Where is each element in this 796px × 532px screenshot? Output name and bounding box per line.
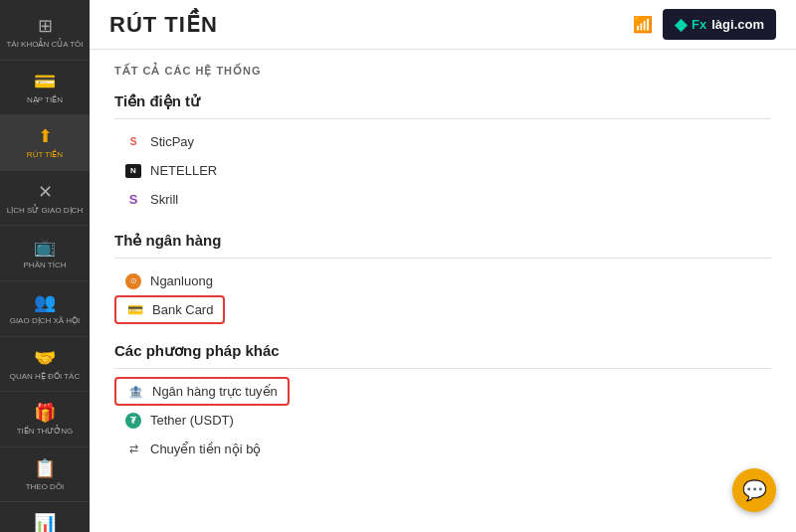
signal-icon: 📶 bbox=[633, 15, 653, 34]
sidebar-item-giao-dich-xa-hoi[interactable]: 👥 GIAO DỊCH XÃ HỘI bbox=[0, 281, 90, 337]
online-bank-icon: 🏦 bbox=[126, 385, 144, 399]
logo-fx-text: Fx bbox=[692, 17, 706, 32]
sidebar-item-tai-khoan-label: TÀI KHOẢN CỦA TÔI bbox=[6, 40, 83, 50]
payment-item-bankcard[interactable]: 💳 Bank Card bbox=[114, 295, 225, 324]
sidebar-item-giao-duc[interactable]: 📊 GIÁO DỤC bbox=[0, 502, 90, 532]
sidebar-item-phan-tich[interactable]: 📺 PHÂN TÍCH bbox=[0, 226, 90, 281]
logo-diamond-icon: ◆ bbox=[675, 15, 687, 34]
top-header: RÚT TIỀN 📶 ◆ Fxlàgi.com bbox=[90, 0, 796, 50]
all-systems-heading: TẤT CẢ CÁC HỆ THỐNG bbox=[114, 65, 771, 78]
page-title: RÚT TIỀN bbox=[109, 12, 218, 38]
online-bank-label: Ngân hàng trực tuyến bbox=[152, 384, 278, 399]
sidebar-item-tien-thuong[interactable]: 🎁 TIỀN THƯỞNG bbox=[0, 392, 90, 447]
rut-tien-icon: ⬆ bbox=[38, 125, 53, 147]
lich-su-icon: ✕ bbox=[38, 181, 53, 203]
divider-the-ngan-hang bbox=[114, 258, 771, 259]
quan-he-doi-tac-icon: 🤝 bbox=[34, 347, 56, 369]
bankcard-label: Bank Card bbox=[152, 302, 213, 317]
giao-dich-xa-hoi-icon: 👥 bbox=[34, 291, 56, 313]
payment-item-sticpay[interactable]: S SticPay bbox=[114, 127, 771, 156]
sidebar-item-theo-doi[interactable]: 📋 THEO DÕI bbox=[0, 447, 90, 503]
neteller-label: NETELLER bbox=[150, 163, 217, 178]
giao-duc-icon: 📊 bbox=[34, 512, 56, 532]
sidebar-item-nap-tien-label: NẠP TIỀN bbox=[27, 95, 63, 105]
payment-item-chuyen-tien[interactable]: ⇄ Chuyển tiền nội bộ bbox=[114, 435, 771, 463]
category-cac-phuong-phap-khac: Các phương pháp khác bbox=[114, 342, 771, 360]
payment-item-neteller[interactable]: N NETELLER bbox=[114, 156, 771, 185]
bankcard-icon: 💳 bbox=[126, 303, 144, 317]
tai-khoan-icon: ⊞ bbox=[38, 15, 53, 37]
sidebar-item-nap-tien[interactable]: 💳 NẠP TIỀN bbox=[0, 61, 90, 116]
sidebar-item-quan-he-doi-tac[interactable]: 🤝 QUAN HỆ ĐỐI TÁC bbox=[0, 337, 90, 393]
sidebar-item-rut-tien-label: RÚT TIỀN bbox=[27, 150, 63, 160]
payment-item-bankcard-wrapper: 💳 Bank Card bbox=[114, 295, 225, 324]
nap-tien-icon: 💳 bbox=[34, 71, 56, 92]
content-area: TẤT CẢ CÁC HỆ THỐNG Tiền điện tử S SticP… bbox=[90, 50, 796, 532]
sidebar: ⊞ TÀI KHOẢN CỦA TÔI 💳 NẠP TIỀN ⬆ RÚT TIỀ… bbox=[0, 0, 90, 532]
neteller-icon: N bbox=[124, 164, 142, 178]
skrill-icon: S bbox=[124, 193, 142, 207]
category-the-ngan-hang: Thẻ ngân hàng bbox=[114, 232, 771, 250]
category-tien-dien-tu: Tiền điện tử bbox=[114, 92, 771, 110]
main-content: RÚT TIỀN 📶 ◆ Fxlàgi.com TẤT CẢ CÁC HỆ TH… bbox=[90, 0, 796, 532]
tether-icon: ₮ bbox=[124, 414, 142, 428]
top-icons: 📶 ◆ Fxlàgi.com bbox=[633, 9, 776, 40]
chuyen-tien-label: Chuyển tiền nội bộ bbox=[150, 442, 262, 456]
sidebar-item-theo-doi-label: THEO DÕI bbox=[26, 482, 65, 492]
tien-thuong-icon: 🎁 bbox=[34, 402, 56, 424]
nganluong-label: Nganluong bbox=[150, 273, 213, 288]
tether-label: Tether (USDT) bbox=[150, 413, 234, 428]
sticpay-icon: S bbox=[124, 135, 142, 149]
sidebar-item-lich-su-label: LỊCH SỬ GIAO DỊCH bbox=[7, 206, 83, 216]
sidebar-item-rut-tien[interactable]: ⬆ RÚT TIỀN bbox=[0, 115, 90, 171]
payment-item-nganluong[interactable]: ⊙ Nganluong bbox=[114, 266, 771, 295]
skrill-label: Skrill bbox=[150, 192, 178, 207]
chuyen-tien-icon: ⇄ bbox=[124, 443, 142, 456]
sidebar-item-tien-thuong-label: TIỀN THƯỞNG bbox=[17, 427, 74, 437]
divider-cac-phuong-phap-khac bbox=[114, 368, 771, 369]
sidebar-item-lich-su[interactable]: ✕ LỊCH SỬ GIAO DỊCH bbox=[0, 171, 90, 227]
fxlagi-logo: ◆ Fxlàgi.com bbox=[663, 9, 776, 40]
logo-rest-text: làgi.com bbox=[711, 17, 764, 32]
chat-bubble[interactable]: 💬 bbox=[732, 468, 776, 512]
payment-item-online-bank[interactable]: 🏦 Ngân hàng trực tuyến bbox=[114, 377, 290, 406]
payment-item-online-bank-wrapper: 🏦 Ngân hàng trực tuyến bbox=[114, 377, 290, 406]
sidebar-item-tai-khoan[interactable]: ⊞ TÀI KHOẢN CỦA TÔI bbox=[0, 5, 90, 61]
sidebar-item-phan-tich-label: PHÂN TÍCH bbox=[24, 261, 67, 270]
payment-item-tether[interactable]: ₮ Tether (USDT) bbox=[114, 406, 771, 435]
sidebar-item-giao-dich-xa-hoi-label: GIAO DỊCH XÃ HỘI bbox=[10, 316, 81, 326]
phan-tich-icon: 📺 bbox=[34, 236, 56, 258]
sidebar-item-quan-he-doi-tac-label: QUAN HỆ ĐỐI TÁC bbox=[10, 372, 80, 382]
chat-icon: 💬 bbox=[742, 478, 767, 502]
divider-tien-dien-tu bbox=[114, 118, 771, 119]
nganluong-icon: ⊙ bbox=[124, 274, 142, 288]
sticpay-label: SticPay bbox=[150, 134, 194, 149]
payment-item-skrill[interactable]: S Skrill bbox=[114, 185, 771, 214]
theo-doi-icon: 📋 bbox=[34, 457, 56, 479]
